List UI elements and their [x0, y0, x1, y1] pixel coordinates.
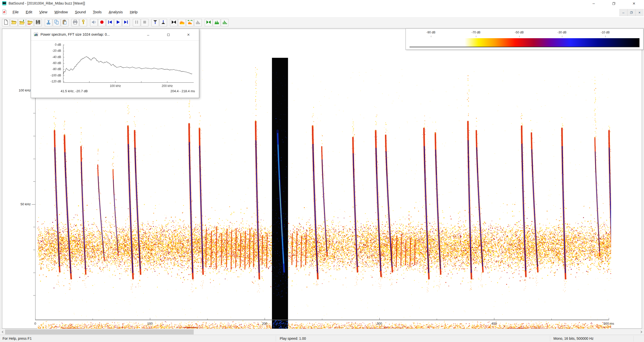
- save-file-button[interactable]: [34, 19, 42, 26]
- new-file-button[interactable]: [2, 19, 10, 26]
- copy-button[interactable]: [53, 19, 60, 26]
- x-minor-tick-450: [551, 319, 552, 320]
- batsound-window: BatSound - [20181004_Ribe_Mdau buzz [Wav…: [0, 0, 644, 342]
- export-sound-icon: [27, 19, 33, 26]
- status-audio-format: Mono, 16 bits, 500000 Hz: [553, 336, 594, 340]
- y-tick-90: [33, 113, 35, 113]
- x-minor-tick-150: [207, 319, 208, 320]
- selection-marker-2-icon: [160, 19, 166, 26]
- realtime-spectrum-icon: [222, 19, 227, 26]
- power-spectrum-selection-range: 204.4 - 218.4 ms: [170, 89, 195, 93]
- selection-marker-2-button[interactable]: [159, 19, 167, 26]
- spectrogram-settings-button[interactable]: [186, 19, 194, 26]
- selection-marker-1-button[interactable]: [151, 19, 159, 26]
- print-button[interactable]: [71, 19, 79, 26]
- ps-y-label: -80 dB: [41, 67, 61, 71]
- import-sound-button[interactable]: [18, 19, 26, 26]
- y-tick-70: [33, 159, 35, 159]
- cut-icon: [46, 19, 51, 26]
- toolbar-separator: [202, 19, 205, 26]
- menu-edit[interactable]: Edit: [22, 7, 36, 17]
- menu-bar: FileEditViewWindowSoundToolsAnalysisHelp…: [0, 7, 644, 17]
- ps-x-label: 100 kHz: [106, 84, 124, 88]
- record-button[interactable]: [98, 19, 106, 26]
- menu-analysis[interactable]: Analysis: [105, 7, 126, 17]
- document-icon: [2, 9, 7, 16]
- legend-label: -30 dB: [557, 31, 566, 34]
- x-minor-tick-50: [93, 319, 93, 320]
- scroll-left-arrow-icon[interactable]: [0, 329, 5, 335]
- help-key-button[interactable]: [79, 19, 87, 26]
- speaker-button[interactable]: [90, 19, 98, 26]
- stop-button[interactable]: [141, 19, 148, 26]
- cut-button[interactable]: [45, 19, 52, 26]
- x-tick-300: [379, 318, 380, 320]
- mdi-restore-button[interactable]: [627, 9, 635, 16]
- toolbar: [0, 17, 644, 28]
- paste-icon: [62, 19, 67, 26]
- toolbar-separator: [88, 19, 90, 26]
- menu-window[interactable]: Window: [51, 7, 71, 17]
- close-button[interactable]: ×: [624, 0, 644, 7]
- y-tick-60: [33, 181, 35, 182]
- restore-button[interactable]: [604, 0, 624, 7]
- y-tick-50: [32, 204, 35, 205]
- power-spectrum-window-icon: [34, 33, 38, 37]
- power-spectrum-minimize-button[interactable]: –: [141, 29, 155, 40]
- realtime-oscillogram-icon: [206, 19, 211, 26]
- menu-items: FileEditViewWindowSoundToolsAnalysisHelp: [9, 7, 141, 17]
- menu-sound[interactable]: Sound: [71, 7, 89, 17]
- horizontal-scrollbar[interactable]: [0, 329, 644, 335]
- restore-icon: [612, 2, 615, 5]
- menu-tools[interactable]: Tools: [89, 7, 105, 17]
- power-spectrum-title-bar[interactable]: Power spectrum, FFT size 1024 overlap: 0…: [31, 29, 199, 41]
- power-spectrum-button[interactable]: [194, 19, 202, 26]
- y-axis-label-100: 100 kHz: [8, 88, 31, 92]
- power-spectrum-restore-button[interactable]: [161, 29, 175, 40]
- pause-icon: [134, 19, 139, 26]
- new-file-icon: [3, 19, 9, 26]
- x-axis-label-200: 200: [255, 322, 275, 325]
- legend-tick: [431, 36, 431, 37]
- open-file-button[interactable]: [10, 19, 18, 26]
- power-spectrum-title: Power spectrum, FFT size 1024 overlap: 0…: [41, 32, 110, 36]
- menu-help[interactable]: Help: [126, 7, 141, 17]
- x-axis-label-0: 0: [25, 322, 45, 325]
- play-button[interactable]: [114, 19, 122, 26]
- speaker-icon: [91, 19, 97, 26]
- menu-file[interactable]: File: [9, 7, 22, 17]
- spectrogram-button[interactable]: [178, 19, 186, 26]
- pause-button[interactable]: [133, 19, 140, 26]
- export-sound-button[interactable]: [26, 19, 34, 26]
- x-axis-label-400: 400: [484, 322, 504, 325]
- power-spectrum-window: Power spectrum, FFT size 1024 overlap: 0…: [31, 29, 199, 98]
- go-to-end-icon: [123, 19, 129, 26]
- go-to-end-button[interactable]: [122, 19, 130, 26]
- oscillogram-button[interactable]: [170, 19, 178, 26]
- legend-label: -70 dB: [471, 31, 480, 34]
- mdi-close-button[interactable]: ×: [635, 9, 643, 16]
- menu-view[interactable]: View: [36, 7, 51, 17]
- mdi-minimize-button[interactable]: –: [619, 9, 627, 16]
- copy-icon: [54, 19, 59, 26]
- toolbar-separator: [130, 19, 133, 26]
- go-to-start-button[interactable]: [106, 19, 114, 26]
- minimize-button[interactable]: –: [584, 0, 604, 7]
- realtime-spectrogram-button[interactable]: [213, 19, 220, 26]
- scroll-right-arrow-icon[interactable]: [639, 329, 644, 335]
- spectrogram-canvas[interactable]: [37, 58, 611, 342]
- paste-button[interactable]: [61, 19, 68, 26]
- power-spectrum-cursor-readout: 41.5 kHz, -20.7 dB: [61, 89, 88, 93]
- import-sound-icon: [19, 19, 25, 26]
- record-icon: [99, 19, 105, 26]
- scrollbar-thumb[interactable]: [5, 329, 194, 334]
- power-spectrum-close-button[interactable]: ×: [181, 29, 195, 40]
- x-minor-tick-250: [322, 319, 322, 320]
- realtime-spectrum-button[interactable]: [221, 19, 228, 26]
- ps-y-label: -120 dB: [41, 80, 61, 83]
- mdi-restore-icon: [630, 11, 633, 14]
- open-file-icon: [11, 19, 17, 26]
- x-tick-0: [35, 318, 35, 320]
- realtime-oscillogram-button[interactable]: [205, 19, 212, 26]
- toolbar-separator: [149, 19, 151, 26]
